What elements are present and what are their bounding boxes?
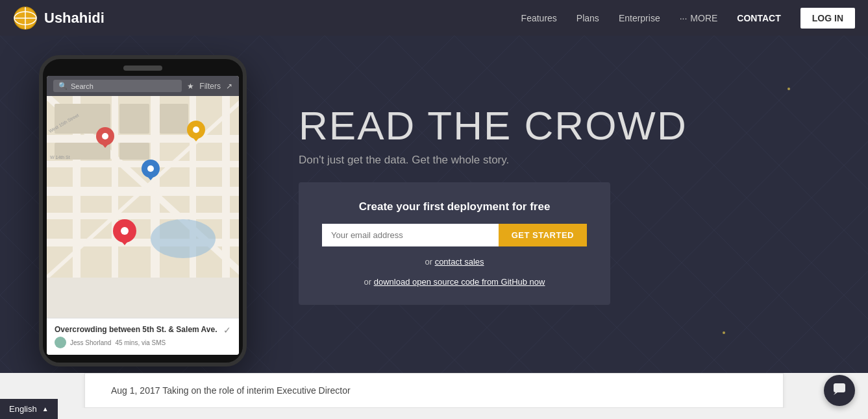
news-banner: Aug 1, 2017 Taking on the role of interi… xyxy=(84,373,784,408)
logo-link[interactable]: Ushahidi xyxy=(13,6,105,30)
filters-text: Filters xyxy=(199,82,221,91)
popup-title: Overcrowding between 5th St. & Salem Ave… xyxy=(55,325,223,334)
svg-marker-38 xyxy=(834,392,837,395)
nav-links: Features Plans Enterprise ··· MORE CONTA… xyxy=(521,8,855,29)
chat-icon xyxy=(832,382,847,400)
phone-map: West 15th Street W 14th St xyxy=(47,96,239,278)
phone-search-bar: 🔍 Search ★ Filters ↗ xyxy=(47,76,239,96)
popup-user: Jess Shorland 45 mins, via SMS xyxy=(55,337,223,348)
svg-point-36 xyxy=(121,227,129,235)
get-started-button[interactable]: GET STARTED xyxy=(499,224,587,246)
svg-point-27 xyxy=(102,133,108,139)
user-avatar xyxy=(55,337,66,348)
hero-headline: READ THE CROWD xyxy=(299,104,688,148)
svg-rect-19 xyxy=(160,104,188,134)
contact-sales-line: or contact sales xyxy=(425,257,484,267)
search-icon: 🔍 xyxy=(58,82,68,90)
nav-contact[interactable]: CONTACT xyxy=(737,13,780,23)
nav-enterprise[interactable]: Enterprise xyxy=(619,13,660,23)
popup-username: Jess Shorland xyxy=(70,339,111,346)
nav-features[interactable]: Features xyxy=(521,13,557,23)
cta-title: Create your first deployment for free xyxy=(359,200,551,213)
logo-text: Ushahidi xyxy=(44,10,105,27)
github-line: or download open source code from GitHub… xyxy=(364,277,545,287)
language-label: English xyxy=(9,404,37,408)
search-text: Search xyxy=(71,82,93,90)
phone-top-bar xyxy=(123,66,162,71)
navbar: Ushahidi Features Plans Enterprise ··· M… xyxy=(0,0,868,36)
svg-point-33 xyxy=(193,126,199,133)
phone-search-actions: ★ Filters ↗ xyxy=(187,82,232,91)
nav-more[interactable]: ··· MORE xyxy=(680,13,718,23)
hero-content: 🔍 Search ★ Filters ↗ xyxy=(0,42,868,366)
map-svg: West 15th Street W 14th St xyxy=(47,96,239,278)
phone-popup: Overcrowding between 5th St. & Salem Ave… xyxy=(47,318,239,355)
chat-widget-button[interactable] xyxy=(824,375,855,406)
share-icon: ↗ xyxy=(226,82,232,91)
phone-screen: 🔍 Search ★ Filters ↗ xyxy=(47,76,239,355)
logo-icon xyxy=(13,6,38,30)
hero-subheadline: Don't just get the data. Get the whole s… xyxy=(299,154,509,167)
popup-time: 45 mins, via SMS xyxy=(115,339,166,346)
svg-rect-21 xyxy=(119,143,149,160)
phone-mockup: 🔍 Search ★ Filters ↗ xyxy=(39,55,247,366)
contact-sales-link[interactable]: contact sales xyxy=(435,257,484,267)
phone-search-input: 🔍 Search xyxy=(53,80,182,92)
language-selector[interactable]: English ▲ xyxy=(0,399,58,408)
svg-point-30 xyxy=(147,165,154,172)
cta-box: Create your first deployment for free GE… xyxy=(299,182,610,305)
hero-section: 🔍 Search ★ Filters ↗ xyxy=(0,36,868,373)
nav-plans[interactable]: Plans xyxy=(577,13,599,23)
svg-rect-18 xyxy=(119,104,149,134)
svg-rect-11 xyxy=(112,96,118,278)
svg-text:W 14th St: W 14th St xyxy=(50,155,70,160)
svg-rect-37 xyxy=(834,383,845,392)
news-text: Aug 1, 2017 Taking on the role of interi… xyxy=(111,385,351,396)
email-input[interactable] xyxy=(322,224,499,246)
svg-point-22 xyxy=(151,219,216,258)
cta-form: GET STARTED xyxy=(322,224,587,246)
hero-right: READ THE CROWD Don't just get the data. … xyxy=(286,104,829,304)
svg-rect-14 xyxy=(222,96,230,278)
login-button[interactable]: LOG IN xyxy=(800,8,855,29)
more-dots-icon: ··· xyxy=(680,13,688,23)
github-link[interactable]: download open source code from GitHub no… xyxy=(374,277,545,287)
language-arrow-icon: ▲ xyxy=(42,405,49,408)
check-icon: ✓ xyxy=(223,325,231,335)
star-icon: ★ xyxy=(187,82,194,91)
